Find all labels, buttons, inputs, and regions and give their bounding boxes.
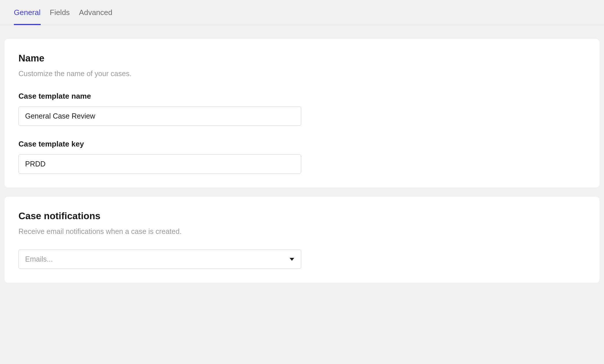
- tab-general[interactable]: General: [14, 0, 41, 25]
- notifications-section-title: Case notifications: [18, 211, 586, 222]
- tab-advanced[interactable]: Advanced: [79, 0, 112, 25]
- notifications-section-description: Receive email notifications when a case …: [18, 227, 586, 236]
- template-key-input[interactable]: [18, 154, 301, 174]
- emails-select[interactable]: Emails...: [18, 249, 301, 269]
- tab-fields[interactable]: Fields: [50, 0, 70, 25]
- emails-select-group: Emails...: [18, 249, 586, 269]
- content-area: Name Customize the name of your cases. C…: [0, 25, 604, 297]
- template-name-label: Case template name: [18, 92, 586, 101]
- template-name-input[interactable]: [18, 106, 301, 126]
- tabs-bar: General Fields Advanced: [0, 0, 604, 25]
- notifications-card: Case notifications Receive email notific…: [5, 197, 599, 283]
- name-section-title: Name: [18, 53, 586, 64]
- template-key-label: Case template key: [18, 140, 586, 149]
- name-card: Name Customize the name of your cases. C…: [5, 39, 599, 187]
- emails-select-wrapper: Emails...: [18, 249, 301, 269]
- template-key-group: Case template key: [18, 140, 586, 174]
- name-section-description: Customize the name of your cases.: [18, 70, 586, 78]
- template-name-group: Case template name: [18, 92, 586, 126]
